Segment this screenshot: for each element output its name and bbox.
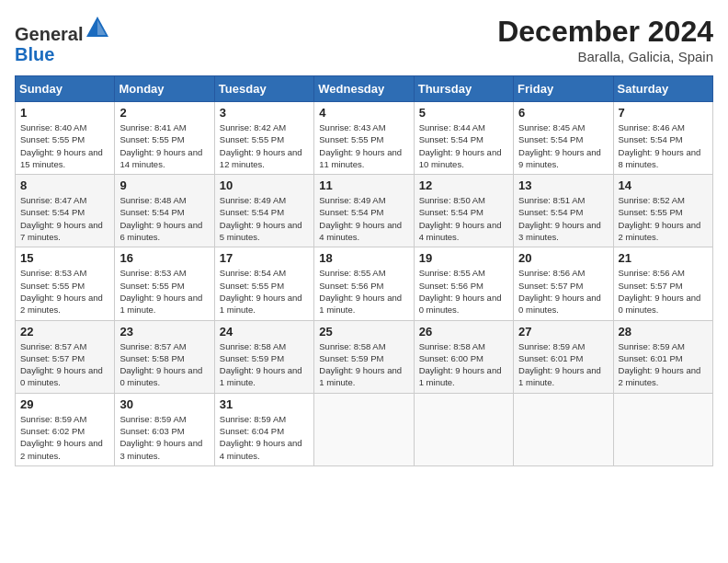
- logo-general: General: [15, 24, 83, 44]
- day-number: 29: [20, 397, 109, 411]
- day-info: Sunrise: 8:49 AM Sunset: 5:54 PM Dayligh…: [319, 194, 408, 243]
- day-number: 19: [419, 251, 508, 265]
- calendar-cell: [613, 393, 712, 465]
- calendar-cell: 24Sunrise: 8:58 AM Sunset: 5:59 PM Dayli…: [214, 320, 313, 393]
- day-info: Sunrise: 8:58 AM Sunset: 6:00 PM Dayligh…: [419, 340, 508, 389]
- calendar-cell: 27Sunrise: 8:59 AM Sunset: 6:01 PM Dayli…: [514, 320, 613, 393]
- calendar-cell: 21Sunrise: 8:56 AM Sunset: 5:57 PM Dayli…: [613, 247, 712, 320]
- day-info: Sunrise: 8:58 AM Sunset: 5:59 PM Dayligh…: [220, 340, 309, 389]
- day-info: Sunrise: 8:50 AM Sunset: 5:54 PM Dayligh…: [419, 194, 508, 243]
- main-title: December 2024: [497, 15, 713, 49]
- calendar-cell: 30Sunrise: 8:59 AM Sunset: 6:03 PM Dayli…: [115, 393, 214, 465]
- page-header: General Blue December 2024 Baralla, Gali…: [15, 15, 713, 64]
- day-info: Sunrise: 8:56 AM Sunset: 5:57 PM Dayligh…: [518, 267, 608, 316]
- calendar-cell: 19Sunrise: 8:55 AM Sunset: 5:56 PM Dayli…: [414, 247, 513, 320]
- day-number: 27: [518, 325, 608, 339]
- day-info: Sunrise: 8:48 AM Sunset: 5:54 PM Dayligh…: [119, 194, 209, 243]
- calendar-cell: 6Sunrise: 8:45 AM Sunset: 5:54 PM Daylig…: [514, 102, 613, 175]
- column-header-wednesday: Wednesday: [314, 76, 414, 102]
- day-number: 25: [319, 325, 408, 339]
- day-number: 28: [619, 325, 708, 339]
- day-number: 24: [220, 325, 309, 339]
- day-number: 5: [419, 106, 508, 120]
- calendar-cell: 31Sunrise: 8:59 AM Sunset: 6:04 PM Dayli…: [214, 393, 313, 465]
- calendar-cell: 18Sunrise: 8:55 AM Sunset: 5:56 PM Dayli…: [314, 247, 414, 320]
- calendar-cell: 12Sunrise: 8:50 AM Sunset: 5:54 PM Dayli…: [414, 175, 513, 247]
- column-header-friday: Friday: [514, 76, 613, 102]
- day-info: Sunrise: 8:40 AM Sunset: 5:55 PM Dayligh…: [20, 121, 109, 170]
- calendar-cell: 13Sunrise: 8:51 AM Sunset: 5:54 PM Dayli…: [514, 175, 613, 247]
- calendar-cell: [514, 393, 613, 465]
- calendar-cell: [314, 393, 414, 465]
- calendar-cell: 3Sunrise: 8:42 AM Sunset: 5:55 PM Daylig…: [214, 102, 313, 175]
- day-info: Sunrise: 8:52 AM Sunset: 5:55 PM Dayligh…: [619, 194, 708, 243]
- day-number: 16: [119, 251, 209, 265]
- calendar-cell: 16Sunrise: 8:53 AM Sunset: 5:55 PM Dayli…: [115, 247, 214, 320]
- calendar-cell: 11Sunrise: 8:49 AM Sunset: 5:54 PM Dayli…: [314, 175, 414, 247]
- calendar-header-row: SundayMondayTuesdayWednesdayThursdayFrid…: [16, 76, 713, 102]
- subtitle: Baralla, Galicia, Spain: [497, 49, 713, 64]
- day-number: 31: [220, 397, 309, 411]
- calendar-cell: 1Sunrise: 8:40 AM Sunset: 5:55 PM Daylig…: [16, 102, 115, 175]
- day-number: 21: [619, 251, 708, 265]
- calendar-cell: 9Sunrise: 8:48 AM Sunset: 5:54 PM Daylig…: [115, 175, 214, 247]
- column-header-saturday: Saturday: [613, 76, 712, 102]
- calendar-cell: [414, 393, 513, 465]
- day-number: 12: [419, 178, 508, 192]
- day-info: Sunrise: 8:47 AM Sunset: 5:54 PM Dayligh…: [20, 194, 109, 243]
- day-info: Sunrise: 8:53 AM Sunset: 5:55 PM Dayligh…: [20, 267, 109, 316]
- day-number: 14: [619, 178, 708, 192]
- column-header-sunday: Sunday: [16, 76, 115, 102]
- column-header-monday: Monday: [115, 76, 214, 102]
- day-info: Sunrise: 8:49 AM Sunset: 5:54 PM Dayligh…: [220, 194, 309, 243]
- day-number: 17: [220, 251, 309, 265]
- calendar-cell: 14Sunrise: 8:52 AM Sunset: 5:55 PM Dayli…: [613, 175, 712, 247]
- day-info: Sunrise: 8:59 AM Sunset: 6:01 PM Dayligh…: [619, 340, 708, 389]
- day-number: 1: [20, 106, 109, 120]
- day-info: Sunrise: 8:59 AM Sunset: 6:02 PM Dayligh…: [20, 413, 109, 462]
- day-number: 22: [20, 325, 109, 339]
- day-info: Sunrise: 8:55 AM Sunset: 5:56 PM Dayligh…: [419, 267, 508, 316]
- day-number: 9: [119, 178, 209, 192]
- calendar-cell: 17Sunrise: 8:54 AM Sunset: 5:55 PM Dayli…: [214, 247, 313, 320]
- day-info: Sunrise: 8:59 AM Sunset: 6:01 PM Dayligh…: [518, 340, 608, 389]
- day-number: 6: [518, 106, 608, 120]
- calendar-cell: 10Sunrise: 8:49 AM Sunset: 5:54 PM Dayli…: [214, 175, 313, 247]
- day-info: Sunrise: 8:59 AM Sunset: 6:03 PM Dayligh…: [119, 413, 209, 462]
- day-info: Sunrise: 8:46 AM Sunset: 5:54 PM Dayligh…: [619, 121, 708, 170]
- calendar-cell: 20Sunrise: 8:56 AM Sunset: 5:57 PM Dayli…: [514, 247, 613, 320]
- logo: General Blue: [15, 15, 110, 64]
- logo-blue: Blue: [15, 44, 54, 64]
- day-info: Sunrise: 8:51 AM Sunset: 5:54 PM Dayligh…: [518, 194, 608, 243]
- day-number: 3: [220, 106, 309, 120]
- column-header-tuesday: Tuesday: [214, 76, 313, 102]
- day-info: Sunrise: 8:45 AM Sunset: 5:54 PM Dayligh…: [518, 121, 608, 170]
- calendar-cell: 22Sunrise: 8:57 AM Sunset: 5:57 PM Dayli…: [16, 320, 115, 393]
- day-number: 13: [518, 178, 608, 192]
- day-number: 10: [220, 178, 309, 192]
- calendar-cell: 28Sunrise: 8:59 AM Sunset: 6:01 PM Dayli…: [613, 320, 712, 393]
- calendar-cell: 4Sunrise: 8:43 AM Sunset: 5:55 PM Daylig…: [314, 102, 414, 175]
- day-info: Sunrise: 8:41 AM Sunset: 5:55 PM Dayligh…: [119, 121, 209, 170]
- day-info: Sunrise: 8:53 AM Sunset: 5:55 PM Dayligh…: [119, 267, 209, 316]
- day-number: 8: [20, 178, 109, 192]
- calendar-header: SundayMondayTuesdayWednesdayThursdayFrid…: [16, 76, 713, 102]
- day-info: Sunrise: 8:56 AM Sunset: 5:57 PM Dayligh…: [619, 267, 708, 316]
- calendar-week-4: 22Sunrise: 8:57 AM Sunset: 5:57 PM Dayli…: [16, 320, 713, 393]
- day-info: Sunrise: 8:44 AM Sunset: 5:54 PM Dayligh…: [419, 121, 508, 170]
- day-number: 4: [319, 106, 408, 120]
- day-info: Sunrise: 8:42 AM Sunset: 5:55 PM Dayligh…: [220, 121, 309, 170]
- calendar-cell: 5Sunrise: 8:44 AM Sunset: 5:54 PM Daylig…: [414, 102, 513, 175]
- calendar-cell: 25Sunrise: 8:58 AM Sunset: 5:59 PM Dayli…: [314, 320, 414, 393]
- day-info: Sunrise: 8:57 AM Sunset: 5:57 PM Dayligh…: [20, 340, 109, 389]
- day-number: 2: [119, 106, 209, 120]
- calendar-cell: 8Sunrise: 8:47 AM Sunset: 5:54 PM Daylig…: [16, 175, 115, 247]
- day-number: 20: [518, 251, 608, 265]
- calendar-table: SundayMondayTuesdayWednesdayThursdayFrid…: [15, 75, 713, 466]
- calendar-week-5: 29Sunrise: 8:59 AM Sunset: 6:02 PM Dayli…: [16, 393, 713, 465]
- calendar-body: 1Sunrise: 8:40 AM Sunset: 5:55 PM Daylig…: [16, 102, 713, 466]
- calendar-cell: 23Sunrise: 8:57 AM Sunset: 5:58 PM Dayli…: [115, 320, 214, 393]
- day-info: Sunrise: 8:55 AM Sunset: 5:56 PM Dayligh…: [319, 267, 408, 316]
- day-number: 15: [20, 251, 109, 265]
- day-number: 23: [119, 325, 209, 339]
